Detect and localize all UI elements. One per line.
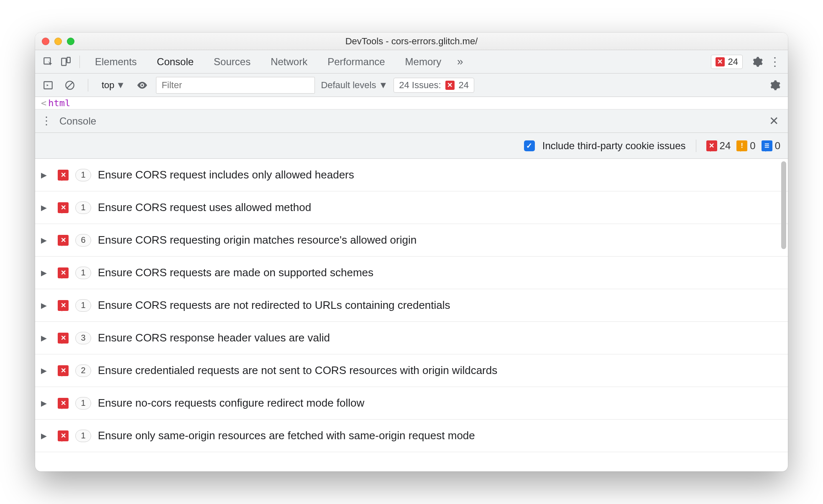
zoom-window-button[interactable]	[67, 38, 74, 45]
error-icon: ✕	[58, 202, 69, 213]
clear-console-icon[interactable]	[62, 77, 78, 93]
expand-icon[interactable]: ▶	[41, 203, 51, 212]
error-count: 24	[720, 140, 731, 152]
chevron-down-icon: ▼	[378, 80, 388, 91]
expand-icon[interactable]: ▶	[41, 366, 51, 375]
expand-icon[interactable]: ▶	[41, 268, 51, 277]
settings-icon[interactable]	[749, 54, 765, 70]
error-icon: ✕	[58, 300, 69, 311]
tab-performance[interactable]: Performance	[318, 50, 394, 74]
issue-text: Ensure CORS request includes only allowe…	[98, 168, 354, 181]
error-icon: ✕	[58, 398, 69, 409]
html-tag: html	[48, 98, 70, 108]
issue-count-pill: 1	[75, 299, 91, 312]
device-toolbar-icon[interactable]	[58, 54, 74, 70]
svg-rect-1	[61, 58, 66, 65]
tab-network[interactable]: Network	[261, 50, 317, 74]
minimize-window-button[interactable]	[54, 38, 62, 45]
tab-sources[interactable]: Sources	[204, 50, 260, 74]
issue-count-pill: 1	[75, 169, 91, 181]
titlebar: DevTools - cors-errors.glitch.me/	[35, 33, 788, 50]
log-levels-selector[interactable]: Default levels ▼	[321, 80, 388, 91]
issues-indicator[interactable]: 24 Issues: ✕ 24	[394, 78, 474, 93]
more-tabs-icon[interactable]: »	[452, 54, 468, 70]
tab-console[interactable]: Console	[148, 50, 203, 74]
third-party-checkbox[interactable]: ✓	[524, 140, 535, 151]
inspect-element-icon[interactable]	[40, 54, 56, 70]
console-sidebar-toggle-icon[interactable]	[40, 77, 56, 93]
issue-row[interactable]: ▶ ✕ 1 Ensure CORS requests are made on s…	[35, 257, 788, 289]
close-drawer-icon[interactable]: ✕	[766, 112, 782, 130]
third-party-label: Include third-party cookie issues	[542, 140, 686, 152]
issue-count-pill: 6	[75, 234, 91, 247]
window-controls	[42, 38, 74, 45]
issue-text: Ensure CORS requesting origin matches re…	[98, 234, 417, 247]
svg-line-5	[67, 82, 73, 88]
console-toolbar: top ▼ Default levels ▼ 24 Issues: ✕ 24	[35, 74, 788, 97]
issue-count-pill: 1	[75, 201, 91, 214]
expand-icon[interactable]: ▶	[41, 399, 51, 408]
issues-toolbar: ✓ Include third-party cookie issues ✕ 24…	[35, 133, 788, 159]
error-icon: ✕	[58, 430, 69, 441]
kebab-menu-icon[interactable]: ⋮	[767, 54, 783, 70]
issue-row[interactable]: ▶ ✕ 2 Ensure credentialed requests are n…	[35, 354, 788, 387]
live-expression-icon[interactable]	[134, 77, 150, 93]
error-count-badge[interactable]: ✕ 24	[711, 55, 743, 69]
issue-text: Ensure only same-origin resources are fe…	[98, 429, 475, 442]
angle-bracket: <	[41, 98, 46, 108]
error-icon: ✕	[58, 170, 69, 181]
expand-icon[interactable]: ▶	[41, 171, 51, 180]
issue-count-pill: 2	[75, 364, 91, 377]
issue-row[interactable]: ▶ ✕ 1 Ensure no-cors requests configure …	[35, 387, 788, 420]
error-icon: ✕	[58, 267, 69, 278]
issue-row[interactable]: ▶ ✕ 1 Ensure CORS request includes only …	[35, 159, 788, 191]
expand-icon[interactable]: ▶	[41, 431, 51, 440]
devtools-window: DevTools - cors-errors.glitch.me/ Elemen…	[35, 33, 788, 471]
drawer-header: ⋮ Console ✕	[35, 109, 788, 133]
window-title: DevTools - cors-errors.glitch.me/	[35, 36, 788, 47]
expand-icon[interactable]: ▶	[41, 236, 51, 245]
close-window-button[interactable]	[42, 38, 49, 45]
tab-memory[interactable]: Memory	[396, 50, 451, 74]
filter-input[interactable]	[156, 77, 315, 94]
scrollbar[interactable]	[781, 161, 786, 249]
panel-tabstrip: Elements Console Sources Network Perform…	[35, 50, 788, 74]
drawer-title: Console	[59, 115, 96, 127]
error-icon: ✕	[716, 57, 725, 66]
context-label: top	[102, 80, 115, 91]
issues-label: 24 Issues:	[399, 80, 441, 91]
kebab-menu-icon[interactable]: ⋮	[41, 115, 52, 127]
separator	[79, 56, 80, 68]
issue-count-pill: 3	[75, 332, 91, 344]
issue-row[interactable]: ▶ ✕ 1 Ensure CORS request uses allowed m…	[35, 191, 788, 224]
issue-counts: ✕ 24 ! 0 ☰ 0	[706, 140, 780, 152]
error-count-group[interactable]: ✕ 24	[706, 140, 731, 152]
expand-icon[interactable]: ▶	[41, 301, 51, 310]
issue-text: Ensure CORS requests are not redirected …	[98, 299, 450, 312]
error-count: 24	[728, 56, 738, 67]
issue-row[interactable]: ▶ ✕ 1 Ensure CORS requests are not redir…	[35, 289, 788, 322]
issue-text: Ensure CORS request uses allowed method	[98, 201, 311, 214]
context-selector[interactable]: top ▼	[98, 78, 128, 92]
info-count: 0	[775, 140, 780, 152]
tab-elements[interactable]: Elements	[86, 50, 146, 74]
error-icon: ✕	[706, 140, 717, 151]
warning-count-group[interactable]: ! 0	[736, 140, 755, 152]
issue-count-pill: 1	[75, 397, 91, 410]
issue-count-pill: 1	[75, 430, 91, 442]
source-peek: < html	[35, 97, 788, 109]
issue-text: Ensure CORS response header values are v…	[98, 331, 330, 344]
issue-row[interactable]: ▶ ✕ 3 Ensure CORS response header values…	[35, 322, 788, 354]
issue-row[interactable]: ▶ ✕ 6 Ensure CORS requesting origin matc…	[35, 224, 788, 257]
error-icon: ✕	[58, 333, 69, 344]
console-settings-icon[interactable]	[767, 77, 783, 93]
error-icon: ✕	[445, 81, 455, 90]
issue-row[interactable]: ▶ ✕ 1 Ensure only same-origin resources …	[35, 420, 788, 452]
separator	[88, 79, 88, 92]
chevron-down-icon: ▼	[116, 80, 125, 91]
warning-icon: !	[736, 140, 747, 151]
info-count-group[interactable]: ☰ 0	[762, 140, 780, 152]
issue-text: Ensure no-cors requests configure redire…	[98, 397, 364, 410]
expand-icon[interactable]: ▶	[41, 333, 51, 343]
svg-point-6	[141, 84, 143, 86]
